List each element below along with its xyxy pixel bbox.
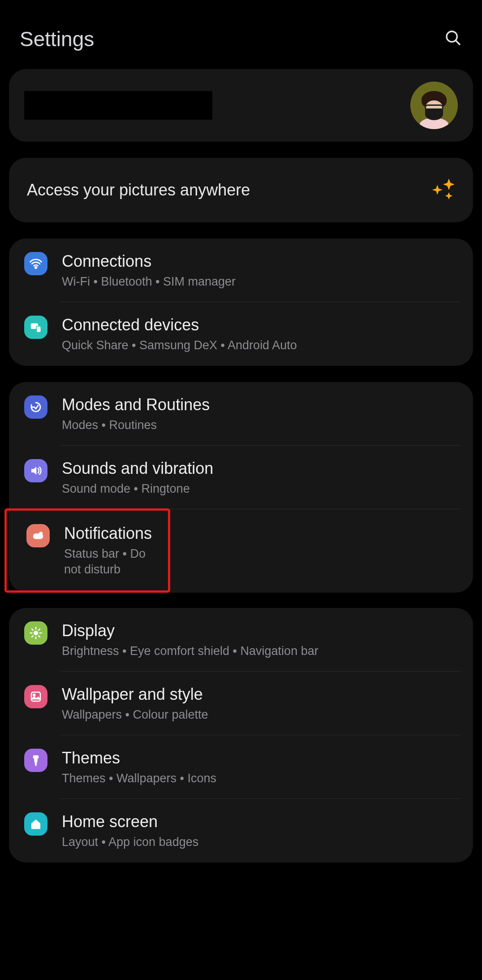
home-icon (24, 812, 47, 836)
settings-item-display[interactable]: Display Brightness • Eye comfort shield … (9, 608, 473, 672)
settings-item-connected-devices[interactable]: Connected devices Quick Share • Samsung … (9, 302, 473, 366)
wifi-icon (24, 252, 47, 275)
item-title: Wallpaper and style (62, 684, 208, 704)
settings-item-notifications[interactable]: Notifications Status bar • Do not distur… (4, 508, 170, 592)
sparkle-icon (430, 178, 455, 203)
account-name-redacted (24, 91, 212, 120)
svg-point-7 (34, 631, 38, 635)
svg-point-6 (39, 532, 43, 535)
item-sub: Sound mode • Ringtone (62, 481, 213, 497)
item-sub: Themes • Wallpapers • Icons (62, 771, 216, 786)
item-title: Modes and Routines (62, 395, 210, 415)
settings-item-modes-routines[interactable]: Modes and Routines Modes • Routines (9, 382, 473, 446)
svg-point-17 (33, 694, 35, 696)
item-title: Sounds and vibration (62, 458, 213, 478)
item-title: Connected devices (62, 315, 297, 335)
sound-icon (24, 459, 47, 482)
item-title: Home screen (62, 811, 198, 832)
svg-line-1 (456, 40, 460, 45)
item-sub: Brightness • Eye comfort shield • Naviga… (62, 643, 318, 659)
settings-page: Settings Access your pictures anywhere (0, 0, 482, 888)
settings-item-themes[interactable]: Themes Themes • Wallpapers • Icons (9, 735, 473, 799)
svg-rect-4 (36, 326, 41, 333)
page-title: Settings (20, 27, 94, 51)
svg-rect-16 (31, 692, 40, 701)
avatar (410, 82, 458, 129)
search-button[interactable] (444, 29, 462, 49)
devices-icon (24, 316, 47, 339)
brightness-icon (24, 621, 47, 645)
item-sub: Status bar • Do not disturb (64, 546, 153, 577)
themes-icon (24, 749, 47, 772)
settings-section: Display Brightness • Eye comfort shield … (9, 608, 473, 863)
item-sub: Quick Share • Samsung DeX • Android Auto (62, 338, 297, 353)
svg-point-2 (35, 267, 37, 269)
settings-item-connections[interactable]: Connections Wi-Fi • Bluetooth • SIM mana… (9, 238, 473, 302)
item-sub: Wallpapers • Colour palette (62, 707, 208, 723)
routines-icon (24, 395, 47, 419)
svg-line-12 (32, 629, 33, 630)
item-title: Themes (62, 748, 216, 768)
settings-section: Modes and Routines Modes • Routines Soun… (9, 382, 473, 592)
item-title: Connections (62, 251, 236, 271)
item-sub: Layout • App icon badges (62, 834, 198, 850)
item-title: Notifications (64, 523, 153, 543)
settings-item-home-screen[interactable]: Home screen Layout • App icon badges (9, 799, 473, 863)
svg-line-14 (32, 636, 33, 637)
svg-rect-19 (34, 759, 38, 760)
notifications-icon (26, 524, 50, 547)
settings-item-sounds-vibration[interactable]: Sounds and vibration Sound mode • Ringto… (9, 446, 473, 509)
settings-section: Connections Wi-Fi • Bluetooth • SIM mana… (9, 238, 473, 366)
svg-rect-18 (33, 755, 39, 759)
svg-line-13 (39, 636, 40, 637)
item-sub: Modes • Routines (62, 417, 210, 433)
settings-item-wallpaper-style[interactable]: Wallpaper and style Wallpapers • Colour … (9, 672, 473, 735)
svg-line-15 (39, 629, 40, 630)
search-icon (444, 29, 462, 47)
header: Settings (9, 0, 473, 69)
svg-point-0 (447, 31, 457, 42)
item-sub: Wi-Fi • Bluetooth • SIM manager (62, 274, 236, 290)
account-card[interactable] (9, 69, 473, 142)
wallpaper-icon (24, 685, 47, 708)
promo-card[interactable]: Access your pictures anywhere (9, 158, 473, 222)
promo-text: Access your pictures anywhere (27, 181, 250, 199)
item-title: Display (62, 620, 318, 641)
